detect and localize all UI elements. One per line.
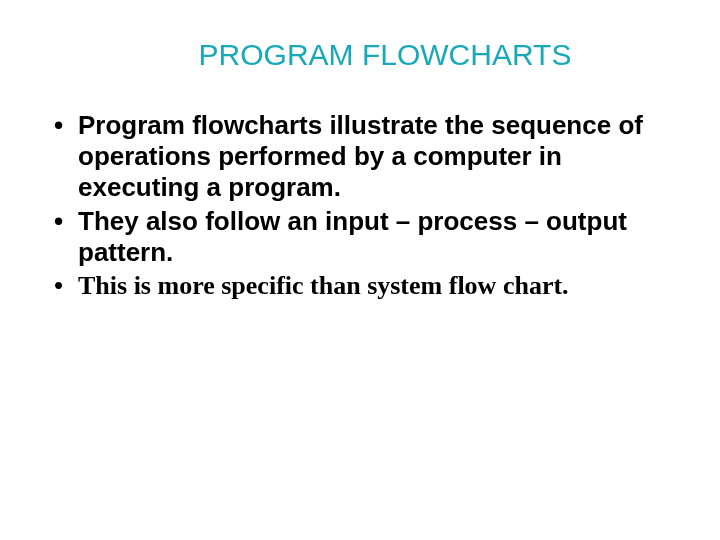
bullet-list: Program flowcharts illustrate the sequen… [0,110,720,301]
slide-title: PROGRAM FLOWCHARTS [0,38,720,72]
list-item: This is more specific than system flow c… [78,270,680,301]
list-item: Program flowcharts illustrate the sequen… [78,110,680,204]
slide: PROGRAM FLOWCHARTS Program flowcharts il… [0,0,720,540]
list-item: They also follow an input – process – ou… [78,206,680,268]
